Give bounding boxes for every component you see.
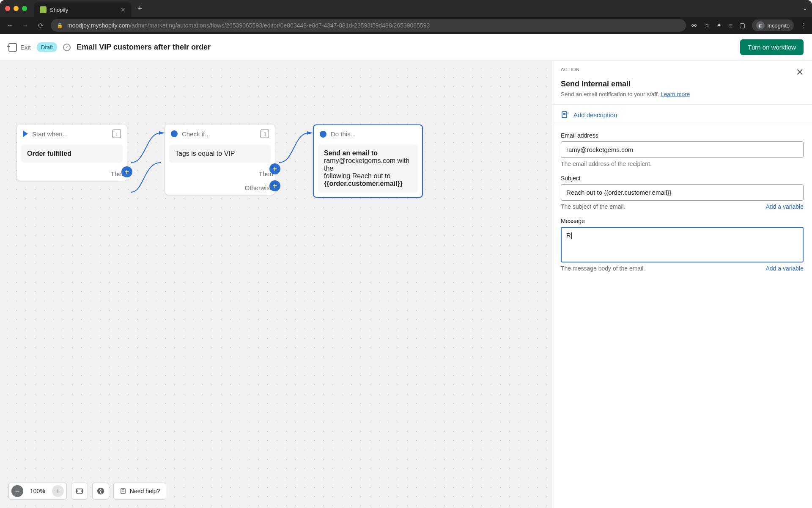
node-start-title: Start when... — [32, 130, 68, 138]
node-header: Check if... ▯ — [165, 124, 275, 143]
zoom-level: 100% — [26, 488, 49, 494]
note-icon — [561, 110, 569, 119]
add-description-button[interactable]: Add description — [552, 105, 812, 125]
node-do-title: Do this... — [331, 130, 356, 138]
clipboard-icon[interactable]: ▯ — [261, 130, 269, 138]
zoom-controls: − 100% + — [8, 483, 67, 500]
svg-point-8 — [100, 489, 101, 490]
flow-node-action[interactable]: Do this... Send an email to ramy@rocketg… — [313, 124, 423, 198]
status-check-icon: ✓ — [63, 44, 71, 51]
need-help-label: Need help? — [130, 488, 160, 494]
bookmark-star-icon[interactable]: ☆ — [704, 22, 710, 29]
window-controls — [5, 6, 27, 11]
flow-node-check[interactable]: Check if... ▯ Tags is equal to VIP Then … — [165, 124, 275, 195]
back-button[interactable]: ← — [5, 22, 15, 29]
browser-tab-bar: Shopify ✕ + ⌄ — [0, 0, 812, 17]
subject-label: Subject — [561, 175, 804, 182]
condition-dot-icon — [171, 130, 178, 137]
accessibility-icon — [97, 487, 104, 495]
zoom-in-button[interactable]: + — [52, 485, 64, 497]
tabs-overflow-icon[interactable]: ⌄ — [803, 6, 807, 11]
incognito-badge[interactable]: ◐ Incognito — [752, 19, 794, 31]
node-header: Do this... — [314, 125, 422, 143]
tab-title: Shopify — [50, 7, 68, 13]
side-panel-icon[interactable]: ▢ — [739, 22, 745, 29]
action-side-panel: ACTION ✕ Send internal email Send an ema… — [552, 61, 812, 508]
browser-actions: 👁 ☆ ✦ ≡ ▢ ◐ Incognito ⋮ — [691, 19, 807, 31]
node-do-body: Send an email to ramy@rocketgems.com wit… — [318, 144, 418, 193]
message-textarea[interactable]: R — [561, 227, 804, 262]
fit-view-button[interactable] — [71, 483, 88, 500]
learn-more-link[interactable]: Learn more — [661, 91, 690, 97]
forward-button: → — [20, 22, 30, 29]
subject-help: The subject of the email. — [561, 203, 625, 210]
subject-add-variable-link[interactable]: Add a variable — [765, 203, 804, 210]
browser-toolbar: ← → ⟳ 🔒 moodjoy.myshopify.com/admin/mark… — [0, 17, 812, 34]
new-tab-button[interactable]: + — [137, 4, 142, 13]
browser-tab[interactable]: Shopify ✕ — [34, 3, 132, 17]
incognito-label: Incognito — [767, 22, 790, 29]
address-bar[interactable]: 🔒 moodjoy.myshopify.com/admin/marketing/… — [51, 19, 686, 32]
window-maximize-icon[interactable] — [22, 6, 27, 11]
node-header: Start when... ↓ — [17, 124, 127, 143]
add-otherwise-button[interactable]: + — [269, 180, 280, 191]
window-close-icon[interactable] — [5, 6, 10, 11]
add-step-button[interactable]: + — [121, 166, 132, 177]
exit-icon — [8, 43, 17, 52]
url-text: moodjoy.myshopify.com/admin/marketing/au… — [67, 22, 430, 29]
node-check-body: Tags is equal to VIP — [169, 145, 271, 163]
panel-title: Send internal email — [561, 80, 804, 88]
draft-badge: Draft — [37, 42, 57, 52]
window-minimize-icon[interactable] — [14, 6, 19, 11]
zoom-out-button[interactable]: − — [11, 485, 23, 497]
incognito-icon: ◐ — [756, 21, 765, 30]
fit-icon — [76, 487, 83, 495]
accessibility-button[interactable] — [92, 483, 109, 500]
panel-description: Send an email notification to your staff… — [552, 91, 812, 105]
email-label: Email address — [561, 132, 804, 139]
tab-close-icon[interactable]: ✕ — [121, 6, 126, 13]
message-help: The message body of the email. — [561, 265, 645, 272]
turn-on-workflow-button[interactable]: Turn on workflow — [740, 39, 804, 55]
workflow-title: Email VIP customers after their order — [77, 43, 211, 52]
document-icon — [120, 488, 126, 494]
action-dot-icon — [320, 131, 326, 138]
reading-list-icon[interactable]: ≡ — [729, 22, 732, 29]
message-label: Message — [561, 218, 804, 224]
flow-node-start[interactable]: Start when... ↓ Order fulfilled Then + — [17, 124, 127, 181]
download-icon[interactable]: ↓ — [112, 130, 121, 138]
message-add-variable-link[interactable]: Add a variable — [765, 265, 804, 272]
panel-kicker: ACTION — [561, 67, 580, 78]
reload-button[interactable]: ⟳ — [36, 22, 46, 30]
play-icon — [23, 130, 28, 137]
node-start-body: Order fulfilled — [21, 145, 123, 163]
add-description-label: Add description — [573, 111, 617, 119]
shopify-favicon-icon — [40, 6, 47, 13]
app-top-bar: Exit Draft ✓ Email VIP customers after t… — [0, 34, 812, 61]
workflow-canvas[interactable]: Start when... ↓ Order fulfilled Then + C… — [0, 61, 812, 508]
subject-input[interactable] — [561, 184, 804, 201]
lock-icon: 🔒 — [57, 22, 63, 28]
email-input[interactable] — [561, 141, 804, 158]
add-then-button[interactable]: + — [269, 163, 280, 174]
exit-button[interactable]: Exit — [8, 43, 31, 52]
node-check-title: Check if... — [182, 130, 210, 138]
eye-off-icon[interactable]: 👁 — [691, 22, 697, 29]
extensions-icon[interactable]: ✦ — [716, 22, 722, 29]
exit-label: Exit — [20, 44, 31, 51]
message-value: R — [566, 232, 572, 239]
panel-close-icon[interactable]: ✕ — [796, 67, 804, 78]
email-help: The email address of the recipient. — [561, 160, 804, 167]
kebab-menu-icon[interactable]: ⋮ — [801, 22, 807, 29]
need-help-button[interactable]: Need help? — [113, 483, 167, 500]
canvas-bottom-toolbar: − 100% + Need help? — [8, 483, 166, 500]
